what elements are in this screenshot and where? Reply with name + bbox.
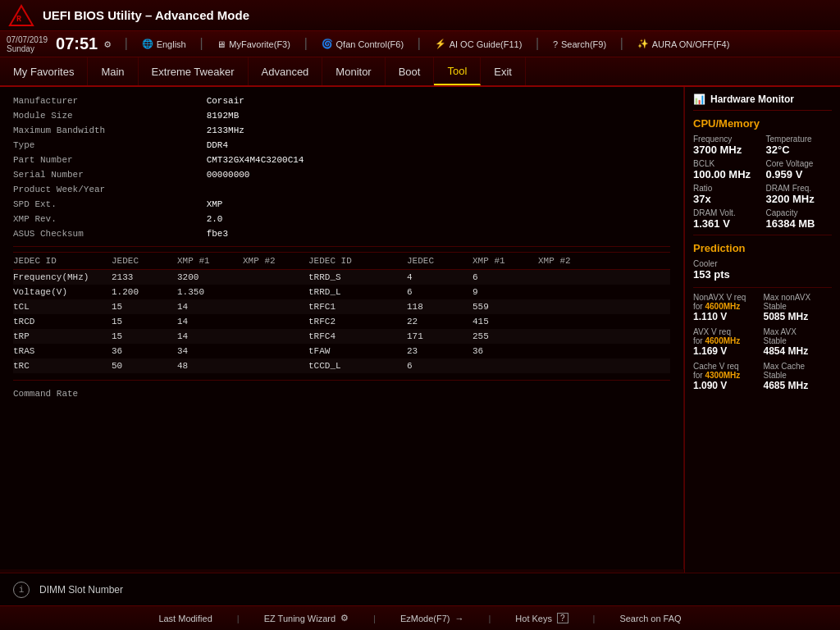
metric-dram-volt: DRAM Volt. 1.361 V [693, 208, 760, 230]
toolbar-qfan[interactable]: 🌀 Qfan Control(F6) [322, 39, 404, 49]
table-row: XMP Rev. 2.0 [13, 212, 670, 226]
header: R UEFI BIOS Utility – Advanced Mode [0, 0, 840, 31]
globe-icon: 🌐 [142, 39, 153, 49]
label-module-size: Module Size [13, 108, 177, 123]
label-max-bandwidth: Maximum Bandwidth [13, 123, 177, 138]
jedec-header: JEDEC ID JEDEC XMP #1 XMP #2 JEDEC ID JE… [13, 252, 670, 270]
label-xmp-rev: XMP Rev. [13, 212, 177, 226]
prediction-nonavx: NonAVX V req for 4600MHz 1.110 V Max non… [693, 293, 832, 322]
monitor-panel-icon: 📊 [693, 94, 705, 105]
toolbar-search[interactable]: ? Search(F9) [553, 39, 606, 49]
label-product-week: Product Week/Year [13, 182, 177, 197]
table-row: Type DDR4 [13, 138, 670, 153]
prediction-cache: Cache V req for 4300MHz 1.090 V Max Cach… [693, 362, 832, 391]
jedec-row-frequency: Frequency(MHz) 2133 3200 tRRD_S 4 6 [13, 270, 670, 285]
value-spd-ext: XMP [207, 197, 670, 212]
label-asus-checksum: ASUS Checksum [13, 226, 177, 241]
monitor-metrics-grid: Frequency 3700 MHz Temperature 32°C BCLK… [693, 135, 832, 230]
command-rate-label: Command Rate [13, 386, 670, 402]
info-table: Manufacturer Corsair Module Size 8192MB … [13, 94, 670, 241]
monitor-icon: 🖥 [217, 39, 226, 49]
footer-hot-keys[interactable]: Hot Keys ? [515, 613, 568, 623]
nav-advanced[interactable]: Advanced [249, 57, 323, 85]
cpu-memory-title: CPU/Memory [693, 117, 832, 130]
jedec-row-tras: tRAS 36 34 tFAW 23 36 [13, 344, 670, 358]
table-row: Product Week/Year [13, 182, 670, 197]
content-panel: Manufacturer Corsair Module Size 8192MB … [0, 87, 684, 569]
footer-search-faq[interactable]: Search on FAQ [619, 614, 681, 623]
cooler-section: Cooler 153 pts [693, 259, 832, 281]
metric-ratio: Ratio 37x [693, 184, 760, 205]
value-serial-number: 00000000 [207, 167, 670, 182]
toolbar: 07/07/2019 Sunday 07:51 ⚙ | 🌐 English | … [0, 31, 840, 57]
dimm-slot-label: DIMM Slot Number [39, 584, 123, 596]
nav-bar: My Favorites Main Extreme Tweaker Advanc… [0, 57, 840, 87]
jedec-row-trcd: tRCD 15 14 tRFC2 22 415 [13, 314, 670, 329]
value-asus-checksum: fbe3 [207, 226, 670, 241]
footer-ez-tuning[interactable]: EZ Tuning Wizard ⚙ [264, 613, 349, 623]
jedec-row-voltage: Voltage(V) 1.200 1.350 tRRD_L 6 9 [13, 285, 670, 299]
metric-temperature-label: Temperature 32°C [766, 135, 833, 156]
table-row: Maximum Bandwidth 2133MHz [13, 123, 670, 138]
nav-favorites[interactable]: My Favorites [0, 57, 88, 85]
nav-tool[interactable]: Tool [434, 57, 481, 85]
jedec-row-trp: tRP 15 14 tRFC4 171 255 [13, 329, 670, 344]
toolbar-day: Sunday [7, 44, 48, 53]
arrow-icon: → [454, 614, 463, 623]
metric-dram-freq: DRAM Freq. 3200 MHz [766, 184, 833, 205]
nav-exit[interactable]: Exit [481, 57, 526, 85]
toolbar-myfavorite[interactable]: 🖥 MyFavorite(F3) [217, 39, 290, 49]
prediction-avx: AVX V req for 4600MHz 1.169 V Max AVX St… [693, 327, 832, 357]
nav-monitor[interactable]: Monitor [322, 57, 385, 85]
table-row: Serial Number 00000000 [13, 167, 670, 182]
lightning-icon: ⚡ [435, 39, 446, 49]
toolbar-time: 07:51 [56, 34, 98, 53]
label-manufacturer: Manufacturer [13, 94, 177, 108]
toolbar-date: 07/07/2019 [7, 35, 48, 44]
prediction-title: Prediction [693, 242, 832, 254]
hotkey-icon: ? [557, 613, 568, 623]
value-max-bandwidth: 2133MHz [207, 123, 670, 138]
hardware-monitor-panel: 📊 Hardware Monitor CPU/Memory Frequency … [684, 87, 840, 573]
main-area: Manufacturer Corsair Module Size 8192MB … [0, 87, 840, 573]
nav-extreme-tweaker[interactable]: Extreme Tweaker [139, 57, 249, 85]
metric-bclk: BCLK 100.00 MHz [693, 159, 760, 180]
label-serial-number: Serial Number [13, 167, 177, 182]
footer: Last Modified | EZ Tuning Wizard ⚙ | EzM… [0, 605, 840, 630]
metric-core-voltage: Core Voltage 0.959 V [766, 159, 833, 180]
label-spd-ext: SPD Ext. [13, 197, 177, 212]
datetime-section: 07/07/2019 Sunday 07:51 ⚙ [7, 34, 111, 53]
value-type: DDR4 [207, 138, 670, 153]
svg-text:R: R [16, 15, 21, 24]
toolbar-aura[interactable]: ✨ AURA ON/OFF(F4) [637, 39, 730, 49]
table-row: Module Size 8192MB [13, 108, 670, 123]
aura-icon: ✨ [637, 39, 649, 49]
value-xmp-rev: 2.0 [207, 212, 670, 226]
search-icon: ? [553, 39, 558, 49]
value-manufacturer: Corsair [207, 94, 670, 108]
hardware-monitor-title: 📊 Hardware Monitor [693, 94, 832, 111]
value-product-week [207, 182, 670, 197]
gear-icon: ⚙ [104, 38, 111, 51]
value-module-size: 8192MB [207, 108, 670, 123]
info-icon: i [13, 582, 30, 598]
jedec-row-tcl: tCL 15 14 tRFC1 118 559 [13, 299, 670, 314]
app-title: UEFI BIOS Utility – Advanced Mode [43, 8, 832, 22]
metric-frequency-label: Frequency 3700 MHz [693, 135, 760, 156]
toolbar-aioc[interactable]: ⚡ AI OC Guide(F11) [435, 39, 523, 49]
nav-boot[interactable]: Boot [386, 57, 435, 85]
toolbar-language[interactable]: 🌐 English [142, 39, 186, 49]
label-type: Type [13, 138, 177, 153]
table-row: Part Number CMT32GX4M4C3200C14 [13, 153, 670, 167]
jedec-row-trc: tRC 50 48 tCCD_L 6 [13, 358, 670, 373]
footer-ezmode[interactable]: EzMode(F7) → [400, 614, 464, 623]
footer-last-modified[interactable]: Last Modified [158, 614, 212, 623]
nav-main[interactable]: Main [88, 57, 138, 85]
value-part-number: CMT32GX4M4C3200C14 [207, 153, 670, 167]
table-row: Manufacturer Corsair [13, 94, 670, 108]
table-row: ASUS Checksum fbe3 [13, 226, 670, 241]
fan-icon: 🌀 [322, 39, 333, 49]
ez-tuning-icon: ⚙ [340, 613, 349, 623]
label-part-number: Part Number [13, 153, 177, 167]
rog-logo: R [8, 4, 34, 27]
